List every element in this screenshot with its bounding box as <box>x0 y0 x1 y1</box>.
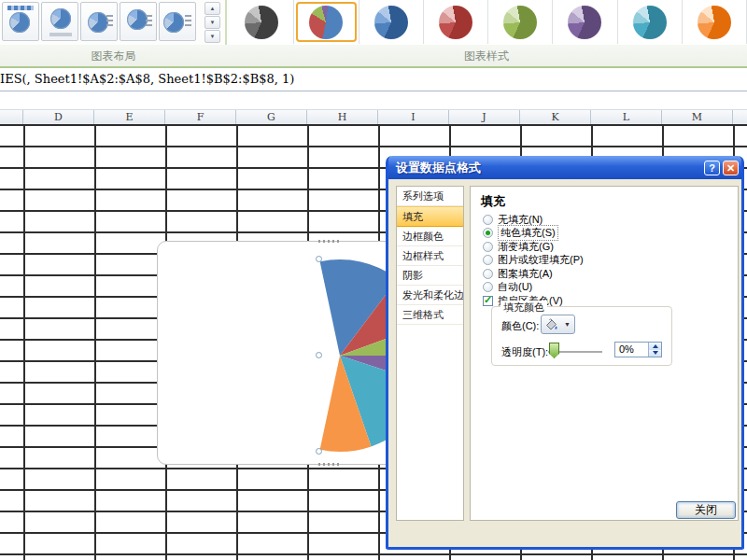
column-header-stub[interactable] <box>0 110 23 125</box>
chart-style-green[interactable] <box>488 0 553 44</box>
multicolor-pie-icon <box>309 6 343 39</box>
column-header-F[interactable]: F <box>165 110 236 125</box>
category-border-style[interactable]: 边框样式 <box>397 246 463 266</box>
color-label: 颜色(C): <box>501 319 539 333</box>
pie-layout-3-icon <box>88 12 108 33</box>
selection-handle-top[interactable] <box>316 256 322 262</box>
option-gradient-fill[interactable]: 渐变填充(G) <box>483 240 584 253</box>
excel-window: ▲ ▼ ▼ 图表布局 图表样式 IES(, Sheet1!$A$2:$A$8, … <box>0 0 747 560</box>
gallery-down-icon[interactable]: ▼ <box>204 16 220 29</box>
selection-handle-center[interactable] <box>316 352 322 358</box>
dropdown-caret-icon: ▼ <box>564 321 571 328</box>
option-automatic[interactable]: 自动(U) <box>483 281 584 294</box>
gallery-up-icon[interactable]: ▲ <box>204 2 220 15</box>
fill-options: 无填充(N) 纯色填充(S) 渐变填充(G) 图片或纹理填充(P) <box>483 213 584 308</box>
pie-layout-1-icon <box>7 6 34 10</box>
column-header-I[interactable]: I <box>378 110 449 125</box>
pie-chart[interactable] <box>158 242 399 466</box>
chart-layout-thumb-3[interactable] <box>80 2 118 41</box>
category-border-color[interactable]: 边框颜色 <box>397 227 463 246</box>
dialog-body: 系列选项 填充 边框颜色 边框样式 阴影 发光和柔化边缘 三维格式 填充 无填充… <box>388 179 741 524</box>
checkbox-checked-icon[interactable] <box>483 296 493 306</box>
chart-styles-group-label: 图表样式 <box>230 49 743 64</box>
pie-layout-5-icon <box>163 12 184 33</box>
transparency-spinner[interactable]: 0% <box>614 342 662 357</box>
radio-icon[interactable] <box>483 242 493 252</box>
spinner-buttons <box>648 343 661 357</box>
option-label: 图案填充(A) <box>498 267 553 281</box>
close-icon[interactable]: ✕ <box>723 161 739 175</box>
ribbon-group-labels: 图表布局 图表样式 <box>0 45 747 66</box>
transparency-slider-thumb[interactable] <box>549 343 559 358</box>
option-picture-texture-fill[interactable]: 图片或纹理填充(P) <box>483 254 584 267</box>
help-icon[interactable]: ? <box>704 161 720 175</box>
purple-pie-icon <box>568 6 601 39</box>
fill-color-dropdown[interactable]: ▼ <box>541 315 575 334</box>
radio-icon[interactable] <box>483 269 493 279</box>
option-solid-fill[interactable]: 纯色填充(S) <box>483 227 584 240</box>
gallery-more-icon[interactable]: ▼ <box>204 30 220 43</box>
column-header-L[interactable]: L <box>591 110 662 125</box>
green-pie-icon <box>503 6 537 39</box>
chart-bottom-drag-dots[interactable] <box>318 463 339 466</box>
teal-pie-icon <box>633 6 667 39</box>
chart-layout-thumb-2[interactable] <box>41 2 78 41</box>
chart-style-orange[interactable] <box>683 0 747 44</box>
ribbon: ▲ ▼ ▼ 图表布局 图表样式 <box>0 0 747 68</box>
option-label: 纯色填充(S) <box>498 225 558 241</box>
option-label: 自动(U) <box>498 280 532 294</box>
chart-layout-gallery <box>2 2 202 43</box>
chart-style-blue[interactable] <box>359 0 424 44</box>
chart-style-purple[interactable] <box>553 0 617 44</box>
formula-bar[interactable]: IES(, Sheet1!$A$2:$A$8, Sheet1!$B$2:$B$8… <box>0 68 747 91</box>
chart-layout-thumb-4[interactable] <box>120 2 157 41</box>
chart-top-drag-dots[interactable] <box>318 240 339 243</box>
option-label: 渐变填充(G) <box>498 240 554 254</box>
dialog-category-list: 系列选项 填充 边框颜色 边框样式 阴影 发光和柔化边缘 三维格式 <box>396 186 464 521</box>
column-header-D[interactable]: D <box>23 110 94 125</box>
red-pie-icon <box>439 6 472 39</box>
pie-layout-2-icon <box>50 8 71 29</box>
spin-up-icon[interactable] <box>649 343 661 350</box>
fill-panel-heading: 填充 <box>481 193 505 210</box>
dialog-title: 设置数据点格式 <box>388 160 704 176</box>
layout-gallery-scroll: ▲ ▼ ▼ <box>204 2 220 43</box>
paint-bucket-icon <box>545 318 557 331</box>
blue-pie-icon <box>374 6 408 39</box>
chart-style-teal[interactable] <box>618 0 683 44</box>
option-no-fill[interactable]: 无填充(N) <box>483 213 584 226</box>
chart-layout-thumb-5[interactable] <box>159 2 196 41</box>
column-header-E[interactable]: E <box>94 110 165 125</box>
transparency-label: 透明度(T): <box>501 345 548 359</box>
category-fill-selected[interactable]: 填充 <box>397 206 463 227</box>
close-button[interactable]: 关闭 <box>676 501 736 519</box>
radio-icon[interactable] <box>483 215 493 225</box>
option-label: 图片或纹理填充(P) <box>498 253 584 267</box>
column-header-J[interactable]: J <box>449 110 520 125</box>
category-shadow[interactable]: 阴影 <box>397 266 463 286</box>
column-header-M[interactable]: M <box>662 110 733 125</box>
dialog-titlebar[interactable]: 设置数据点格式 ? ✕ <box>388 156 741 179</box>
selection-handle-bottom[interactable] <box>316 448 322 455</box>
column-header-K[interactable]: K <box>520 110 591 125</box>
radio-selected-icon[interactable] <box>483 228 493 238</box>
category-glow-soft-edges[interactable]: 发光和柔化边缘 <box>397 286 463 305</box>
chart-style-multicolor-selected[interactable] <box>294 0 359 44</box>
fill-color-group-label: 填充颜色 <box>500 301 547 315</box>
chart-style-red[interactable] <box>424 0 488 44</box>
spin-down-icon[interactable] <box>649 350 661 357</box>
pie-chart-object[interactable] <box>157 241 398 465</box>
option-pattern-fill[interactable]: 图案填充(A) <box>483 267 584 280</box>
column-header-G[interactable]: G <box>236 110 307 125</box>
fill-panel: 填充 无填充(N) 纯色填充(S) 渐变填充(G) <box>470 186 739 521</box>
radio-icon[interactable] <box>483 255 493 265</box>
category-3d-format[interactable]: 三维格式 <box>397 305 463 325</box>
chart-style-gray[interactable] <box>230 0 294 44</box>
radio-icon[interactable] <box>483 282 493 292</box>
gray-pie-icon <box>245 6 278 39</box>
column-header-H[interactable]: H <box>307 110 378 125</box>
chart-layout-thumb-1[interactable] <box>2 2 39 41</box>
fill-color-group: 填充颜色 颜色(C): ▼ 透明度(T): 0% <box>491 306 672 366</box>
category-series-options[interactable]: 系列选项 <box>397 187 463 206</box>
transparency-value: 0% <box>619 343 634 355</box>
